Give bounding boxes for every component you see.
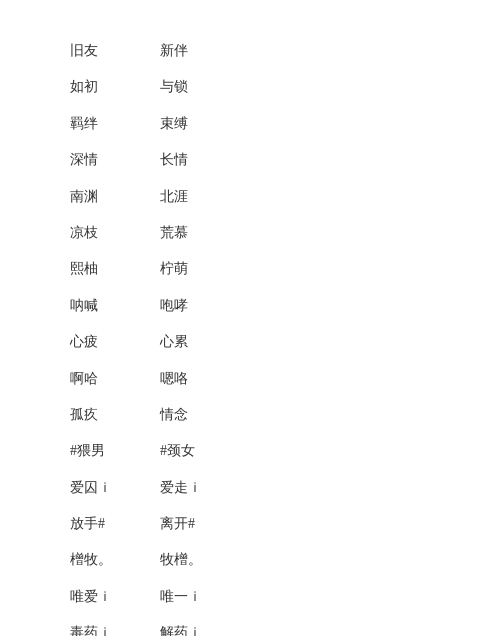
pair-row: 放手#离开# [70, 513, 430, 535]
pair-col2: 北涯 [160, 186, 430, 208]
pair-col1: 如初 [70, 76, 160, 98]
pair-row: #猥男#颈女 [70, 440, 430, 462]
pair-row: 南渊北涯 [70, 186, 430, 208]
pair-col2: 荒慕 [160, 222, 430, 244]
pair-row: 旧友新伴 [70, 40, 430, 62]
pair-col2: 柠萌 [160, 258, 430, 280]
pair-row: 毒药ｉ解药ｉ [70, 622, 430, 636]
pair-col1: 毒药ｉ [70, 622, 160, 636]
pair-row: 呐喊咆哮 [70, 295, 430, 317]
pair-col2: 爱走ｉ [160, 477, 430, 499]
pair-col2: 新伴 [160, 40, 430, 62]
pair-col1: 啊哈 [70, 368, 160, 390]
pair-col2: 与锁 [160, 76, 430, 98]
pair-col1: 深情 [70, 149, 160, 171]
pair-col2: 唯一ｉ [160, 586, 430, 608]
pair-col1: 凉枝 [70, 222, 160, 244]
pair-row: 凉枝荒慕 [70, 222, 430, 244]
pair-row: 如初与锁 [70, 76, 430, 98]
pair-col1: 呐喊 [70, 295, 160, 317]
pair-col1: #猥男 [70, 440, 160, 462]
pair-row: 心疲心累 [70, 331, 430, 353]
pair-row: 孤疚情念 [70, 404, 430, 426]
pair-row: 熙柚柠萌 [70, 258, 430, 280]
pair-col1: 放手# [70, 513, 160, 535]
pair-row: 啊哈嗯咯 [70, 368, 430, 390]
pair-col1: 心疲 [70, 331, 160, 353]
pair-col2: #颈女 [160, 440, 430, 462]
pair-col2: 嗯咯 [160, 368, 430, 390]
pair-col1: 孤疚 [70, 404, 160, 426]
pair-row: 深情长情 [70, 149, 430, 171]
pair-col2: 长情 [160, 149, 430, 171]
pair-col2: 束缚 [160, 113, 430, 135]
pair-col2: 情念 [160, 404, 430, 426]
pair-row: 爱囚ｉ爱走ｉ [70, 477, 430, 499]
pair-col2: 牧橧。 [160, 549, 430, 571]
pair-col1: 熙柚 [70, 258, 160, 280]
pair-col1: 旧友 [70, 40, 160, 62]
pair-col1: 羁绊 [70, 113, 160, 135]
pair-col2: 心累 [160, 331, 430, 353]
pair-col1: 爱囚ｉ [70, 477, 160, 499]
pair-col2: 离开# [160, 513, 430, 535]
pair-col1: 橧牧。 [70, 549, 160, 571]
pair-col1: 南渊 [70, 186, 160, 208]
pair-col2: 咆哮 [160, 295, 430, 317]
pair-row: 羁绊束缚 [70, 113, 430, 135]
pair-row: 唯爱ｉ唯一ｉ [70, 586, 430, 608]
pair-col1: 唯爱ｉ [70, 586, 160, 608]
main-content: 旧友新伴如初与锁羁绊束缚深情长情南渊北涯凉枝荒慕熙柚柠萌呐喊咆哮心疲心累啊哈嗯咯… [0, 0, 500, 636]
pair-row: 橧牧。牧橧。 [70, 549, 430, 571]
pair-col2: 解药ｉ [160, 622, 430, 636]
